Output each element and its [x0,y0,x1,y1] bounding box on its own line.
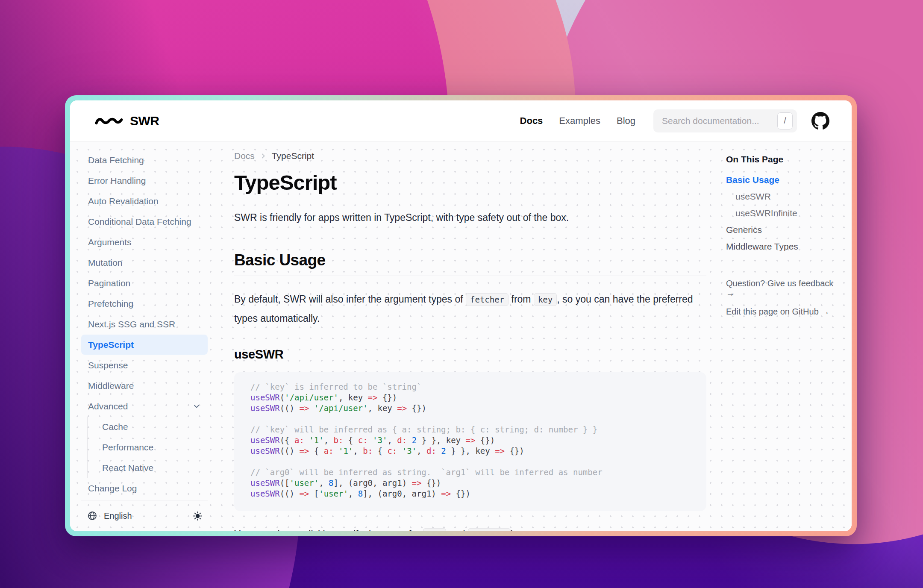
sidebar-item-mutation[interactable]: Mutation [81,253,208,273]
search-input[interactable] [662,116,777,126]
github-icon [811,112,829,130]
sidebar-item-label: Arguments [88,237,132,247]
sidebar-item-performance[interactable]: Performance [88,437,214,457]
search-box[interactable]: / [653,109,797,132]
top-navigation: DocsExamplesBlog [520,115,635,126]
heading-useswr: useSWR [234,347,706,362]
toc-divider [726,263,839,263]
browser-window: SWR DocsExamplesBlog / Da [65,95,857,536]
globe-icon [87,511,97,521]
intro-paragraph: SWR is friendly for apps written in Type… [234,210,706,225]
code-line: useSWR({ a: '1', b: { c: '3', d: 2 } }, … [250,435,690,446]
sidebar-item-advanced[interactable]: Advanced [81,396,208,416]
search-shortcut-kbd: / [777,112,793,129]
desktop: SWR DocsExamplesBlog / Da [0,0,923,588]
sidebar-item-pagination[interactable]: Pagination [81,273,208,293]
toc-item-generics[interactable]: Generics [726,225,839,235]
sidebar-item-label: Suspense [88,360,128,370]
toc-items: Basic UsageuseSWRuseSWRInfiniteGenericsM… [726,175,839,252]
toc-item-basic-usage[interactable]: Basic Usage [726,175,839,185]
inline-code: fetcher [468,528,511,531]
inline-code: key [534,293,557,306]
sidebar-item-label: Mutation [88,258,123,268]
code-block: // `key` is inferred to be `string`useSW… [234,372,706,511]
sidebar-item-middleware[interactable]: Middleware [81,376,208,396]
sidebar-item-auto-revalidation[interactable]: Auto Revalidation [81,191,208,211]
sidebar-item-label: Auto Revalidation [88,196,159,206]
sidebar-item-label: Change Log [88,483,137,494]
chevron-down-icon [192,402,201,411]
sidebar-item-conditional-data-fetching[interactable]: Conditional Data Fetching [81,212,208,232]
language-label: English [104,511,132,521]
sidebar-item-label: Data Fetching [88,155,144,165]
sidebar-item-prefetching[interactable]: Prefetching [81,294,208,314]
code-line: useSWR('/api/user', key => {}) [250,392,690,403]
breadcrumb-docs[interactable]: Docs [234,151,255,161]
toc-links: Question? Give us feedback →Edit this pa… [726,279,839,317]
chevron-right-icon [260,153,267,159]
code-line: useSWR(() => '/api/user', key => {}) [250,403,690,414]
sidebar-item-next-js-ssg-and-ssr[interactable]: Next.js SSG and SSR [81,314,208,334]
page-title: TypeScript [234,171,706,194]
code-line: useSWR(() => ['user', 8], (arg0, arg1) =… [250,488,690,499]
sun-icon [193,511,203,521]
theme-toggle-button[interactable] [190,509,205,523]
nav-item-blog[interactable]: Blog [617,115,635,126]
toc-item-middleware-types[interactable]: Middleware Types [726,241,839,252]
code-line: // `arg0` will be inferred as string. `a… [250,467,690,478]
site-header: SWR DocsExamplesBlog / [70,100,852,141]
language-selector[interactable]: English [87,511,132,521]
section-divider [234,276,706,276]
code-line: useSWR(['user', 8], (arg0, arg1) => {}) [250,478,690,488]
paragraph: By default, SWR will also infer the argu… [234,290,706,328]
sidebar-item-error-handling[interactable]: Error Handling [81,171,208,191]
code-line: // `key` will be inferred as { a: string… [250,424,690,435]
breadcrumb-current: TypeScript [272,151,314,161]
sidebar-item-arguments[interactable]: Arguments [81,232,208,252]
toc-item-useswr[interactable]: useSWR [726,191,839,202]
sidebar-item-label: TypeScript [88,340,134,350]
github-link[interactable] [811,112,829,130]
sidebar-subsection: CachePerformanceReact Native [87,417,215,478]
sidebar-item-typescript[interactable]: TypeScript [81,335,208,355]
sidebar-item-label: Error Handling [88,176,146,186]
swr-docs-page: SWR DocsExamplesBlog / Da [70,100,852,531]
code-line: useSWR(() => { a: '1', b: { c: '3', d: 2… [250,446,690,456]
heading-basic-usage: Basic Usage [234,251,706,270]
sidebar: Data FetchingError HandlingAuto Revalida… [70,141,215,531]
sidebar-item-react-native[interactable]: React Native [88,458,214,478]
code-line [250,414,690,424]
toc-link-question-give-us-feedback[interactable]: Question? Give us feedback → [726,279,839,298]
breadcrumb: Docs TypeScript [234,151,706,161]
toc-item-useswrinfinite[interactable]: useSWRInfinite [726,208,839,218]
nav-item-docs[interactable]: Docs [520,115,543,126]
sidebar-item-label: Pagination [88,278,130,288]
sidebar-navigation: Data FetchingError HandlingAuto Revalida… [81,150,215,499]
sidebar-item-data-fetching[interactable]: Data Fetching [81,150,208,170]
swr-logo-icon [95,116,123,126]
sidebar-item-change-log[interactable]: Change Log [81,478,208,498]
sidebar-item-label: Advanced [88,401,128,412]
sidebar-item-label: Next.js SSG and SSR [88,319,175,329]
toc-link-edit-this-page-on-github[interactable]: Edit this page on GitHub → [726,307,839,317]
code-line: // `key` is inferred to be `string` [250,382,690,392]
swr-logo[interactable]: SWR [95,114,159,128]
sidebar-item-cache[interactable]: Cache [88,417,214,437]
page-body: Data FetchingError HandlingAuto Revalida… [70,141,852,531]
toc-heading: On This Page [726,154,839,165]
logo-text: SWR [130,114,159,128]
sidebar-item-label: Prefetching [88,299,133,309]
main-content: Docs TypeScript TypeScript SWR is friend… [215,141,723,531]
nav-item-examples[interactable]: Examples [559,115,600,126]
inline-code: key [423,528,446,531]
sidebar-item-label: Middleware [88,381,134,391]
sidebar-footer: English [81,500,208,531]
paragraph-clipped: You can also explicitly specify the type… [234,525,706,531]
inline-code: fetcher [466,293,509,306]
table-of-contents: On This Page Basic UsageuseSWRuseSWRInfi… [723,141,852,531]
code-line [250,456,690,467]
sidebar-item-label: Conditional Data Fetching [88,217,191,227]
sidebar-item-suspense[interactable]: Suspense [81,355,208,375]
